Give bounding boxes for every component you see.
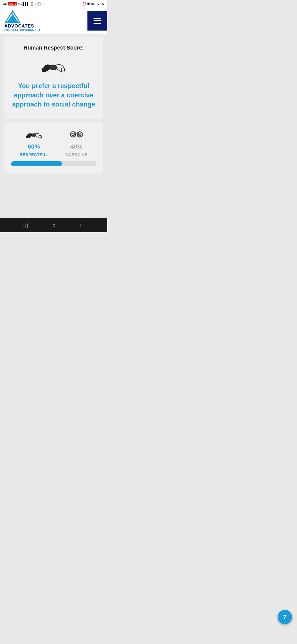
score-card: Human Respect Score: You prefer a respec… [4, 37, 103, 119]
svg-rect-6 [26, 135, 28, 138]
home-button[interactable]: ○ [48, 220, 60, 231]
handshake-large-icon [41, 56, 66, 76]
svg-rect-16 [79, 134, 80, 135]
nav-bar: ◁ ○ □ [0, 218, 107, 232]
back-button[interactable]: ◁ [19, 220, 32, 231]
handcuffs-icon [68, 128, 85, 141]
volte-badge: VoLTE [8, 2, 17, 6]
alarm-icon: ⏰ [82, 2, 86, 6]
menu-button[interactable] [87, 11, 107, 31]
status-left: M1 VoLTE 4G ▌▌▌ ⏳ ∞ 💬 ··· [3, 2, 45, 6]
respectful-stat: 60% RESPECTFUL [20, 128, 48, 157]
carrier-text: M1 [3, 2, 7, 6]
stats-card: 60% RESPECTFUL [4, 122, 103, 173]
main-content: Human Respect Score: You prefer a respec… [0, 34, 107, 218]
respectful-label: RESPECTFUL [20, 152, 48, 157]
battery-text: 100 [90, 2, 95, 6]
menu-line-3 [94, 23, 101, 24]
signal-text: 4G [18, 2, 22, 6]
progress-bar-container [11, 161, 96, 166]
logo-area: ADVOCATES FOR SELF-GOVERNMENT [0, 10, 40, 31]
signal-bars-icon: ▌▌▌ [23, 2, 29, 6]
bluetooth-icon: ✱ [87, 2, 90, 6]
score-title: Human Respect Score: [24, 45, 84, 51]
respectful-percent: 60% [28, 143, 40, 150]
timer-icon: ⏳ [30, 2, 34, 6]
more-icon: ··· [42, 2, 45, 6]
logo-title: ADVOCATES [4, 24, 34, 29]
time-text: 17:26 [96, 2, 104, 6]
svg-rect-2 [42, 68, 46, 72]
extras-icon: ∞ 💬 [35, 2, 42, 6]
menu-line-2 [94, 20, 101, 21]
progress-bar-fill [11, 161, 62, 166]
menu-line-1 [94, 18, 101, 19]
stats-row: 60% RESPECTFUL [11, 128, 96, 157]
svg-point-8 [32, 133, 36, 137]
coercive-percent: 40% [70, 143, 82, 150]
coercive-stat: 40% COERCIVE [65, 128, 87, 157]
logo-triangle-icon [4, 10, 21, 24]
recents-button[interactable]: □ [76, 220, 88, 231]
status-bar: M1 VoLTE 4G ▌▌▌ ⏳ ∞ 💬 ··· ⏰ ✱ 100 17:26 [0, 0, 107, 8]
header: ADVOCATES FOR SELF-GOVERNMENT [0, 8, 107, 34]
logo-subtitle: FOR SELF-GOVERNMENT [4, 29, 40, 31]
coercive-label: COERCIVE [65, 152, 87, 157]
score-description: You prefer a respectful approach over a … [10, 81, 97, 109]
svg-rect-14 [73, 134, 73, 135]
status-right: ⏰ ✱ 100 17:26 [82, 2, 104, 6]
handshake-small-icon [26, 128, 42, 141]
